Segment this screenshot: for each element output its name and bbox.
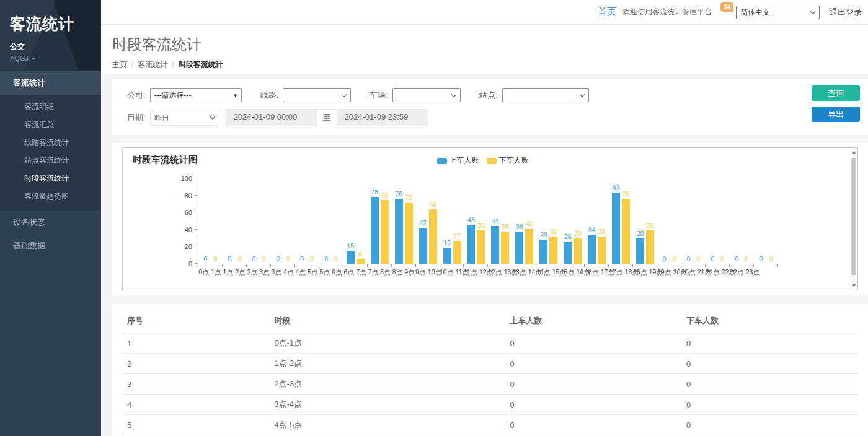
sidebar-item[interactable]: 线路客流统计 — [0, 134, 101, 152]
bar-column: 44 — [491, 218, 499, 264]
filter-row-2: 日期: 昨日 2024-01-09 00:00 至 2024-01-09 23:… — [127, 109, 800, 126]
breadcrumb-section[interactable]: 客流统计 — [138, 60, 167, 69]
query-button[interactable]: 查询 — [812, 85, 860, 101]
x-axis-tick — [295, 264, 319, 267]
station-filter: 站点: — [479, 88, 589, 102]
sidebar-section-passenger-stats[interactable]: 客流统计 — [0, 71, 101, 95]
bar-value-label: 38 — [516, 224, 523, 230]
breadcrumb-home[interactable]: 主页 — [112, 60, 127, 69]
x-axis-label: 14点-15点 — [536, 268, 560, 277]
sidebar-submenu: 客流明细客流汇总线路客流统计站点客流统计时段客流统计客流量趋势图 — [0, 95, 101, 211]
bar-column: 0 — [274, 256, 282, 264]
sidebar-item[interactable]: 站点客流统计 — [0, 152, 101, 170]
bar-column: 39 — [646, 222, 654, 264]
x-axis-tick — [754, 264, 778, 267]
bar-value-label: 0 — [697, 256, 701, 263]
sidebar-item[interactable]: 客流量趋势图 — [0, 188, 101, 206]
chart-plot-wrap: 0204060801000000000000001567875767242641… — [198, 179, 778, 277]
logout-link[interactable]: 退出登录 — [830, 7, 862, 18]
bar-column: 0 — [332, 256, 340, 264]
vehicle-select[interactable] — [392, 88, 461, 102]
bar-value-label: 0 — [262, 256, 265, 263]
bar-value-label: 0 — [769, 256, 773, 263]
x-axis-label: 7点-8点 — [367, 268, 391, 277]
x-axis-label: 2点-3点 — [246, 268, 270, 277]
table-row: 21点-2点00 — [122, 354, 858, 374]
y-axis-tick — [195, 212, 198, 212]
company-select-wrap: ---请选择--- ▼ — [150, 88, 242, 102]
company-select[interactable]: ---请选择--- — [150, 88, 242, 102]
x-axis-tick — [392, 264, 416, 267]
bar-column: 0 — [670, 256, 678, 264]
table-row: 32点-3点00 — [122, 374, 858, 395]
language-select[interactable]: 简体中文 — [736, 6, 820, 19]
scroll-up-arrow-icon[interactable] — [851, 151, 856, 154]
x-axis-tick — [657, 264, 681, 267]
bar-column: 0 — [308, 256, 316, 264]
x-axis-label: 4点-5点 — [294, 268, 319, 277]
scroll-down-arrow-icon[interactable] — [851, 284, 856, 287]
x-axis-label: 8点-9点 — [391, 268, 415, 277]
line-select[interactable] — [283, 88, 351, 102]
bar-value-label: 0 — [276, 256, 280, 263]
table-cell: 0 — [505, 374, 681, 395]
station-select[interactable] — [502, 88, 589, 102]
x-axis-tick — [271, 264, 295, 267]
x-axis-label: 16点-17点 — [585, 268, 609, 277]
y-axis-tick — [195, 246, 198, 246]
x-axis-tick — [319, 264, 343, 267]
main-area: 首页 欢迎使用客流统计管理平台 34 简体中文 退出登录 时段客流统计 主页/客… — [101, 0, 868, 436]
sidebar-item[interactable]: 客流汇总 — [0, 116, 101, 134]
chart-xlabels: 0点-1点1点-2点2点-3点3点-4点4点-5点5点-6点6点-7点7点-8点… — [198, 268, 778, 277]
bar-column: 32 — [598, 229, 606, 264]
y-axis-label: 40 — [174, 226, 192, 233]
sidebar-section-base-data[interactable]: 基础数据 — [0, 234, 101, 258]
x-axis-label: 19点-20点 — [657, 268, 681, 277]
bar-value-label: 34 — [588, 227, 596, 233]
bar — [515, 232, 523, 264]
legend-item[interactable]: 上车人数 — [437, 155, 479, 166]
bar — [371, 197, 379, 264]
line-label: 线路: — [260, 90, 279, 101]
table-cell: 0 — [681, 333, 858, 354]
table-cell: 3 — [122, 374, 269, 395]
sidebar-logo-area: 客流统计 公交 AQGJ — [0, 0, 101, 71]
bar — [467, 225, 475, 264]
x-axis-tick — [706, 264, 730, 267]
table-row: 54点-5点00 — [122, 415, 858, 435]
date-end-input[interactable]: 2024-01-09 23:59 — [337, 109, 428, 126]
y-axis-label: 60 — [174, 209, 192, 216]
x-axis-label: 21点-22点 — [706, 268, 730, 277]
sidebar-nav: 客流统计 客流明细客流汇总线路客流统计站点客流统计时段客流统计客流量趋势图 设备… — [0, 71, 101, 258]
date-preset-wrap: 昨日 — [150, 110, 219, 126]
export-button[interactable]: 导出 — [812, 107, 860, 122]
table-cell: 1 — [122, 333, 269, 354]
bar-group: 2630 — [560, 230, 585, 264]
date-preset-select[interactable]: 昨日 — [150, 110, 219, 126]
breadcrumb-current: 时段客流统计 — [179, 60, 223, 69]
x-axis-tick — [440, 264, 464, 267]
sidebar-item[interactable]: 客流明细 — [0, 98, 101, 116]
x-axis-label: 20点-21点 — [681, 268, 706, 277]
sidebar-item[interactable]: 时段客流统计 — [0, 170, 101, 188]
bar-column: 34 — [588, 227, 596, 264]
bar-value-label: 28 — [540, 232, 547, 238]
bar-group: 00 — [247, 256, 271, 264]
welcome-text: 欢迎使用客流统计管理平台 — [622, 7, 712, 17]
bar — [588, 235, 596, 264]
bar-value-label: 38 — [502, 224, 509, 230]
scrollbar-thumb[interactable] — [851, 158, 856, 275]
bar-group: 00 — [271, 256, 295, 264]
bar-column: 0 — [211, 256, 219, 264]
page-title: 时段客流统计 — [112, 35, 868, 54]
x-axis-label: 1点-2点 — [222, 268, 246, 277]
bar-value-label: 0 — [663, 256, 666, 263]
x-axis-label: 22点-23点 — [730, 268, 754, 277]
legend-item[interactable]: 下车人数 — [487, 155, 529, 166]
sidebar-section-device-status[interactable]: 设备状态 — [0, 211, 101, 234]
home-link[interactable]: 首页 — [598, 6, 616, 18]
user-dropdown[interactable]: AQGJ — [10, 54, 101, 62]
date-to-addon: 至 — [317, 109, 337, 126]
date-start-input[interactable]: 2024-01-09 00:00 — [226, 109, 317, 126]
table-cell: 0点-1点 — [269, 333, 505, 354]
